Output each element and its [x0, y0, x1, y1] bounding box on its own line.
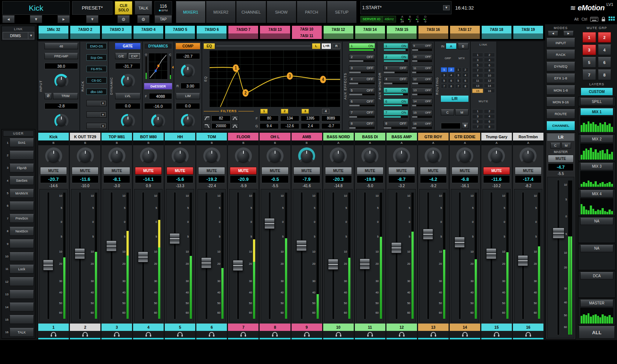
gate-lvl-button[interactable]: LVL [115, 93, 140, 99]
cue-button[interactable] [292, 331, 322, 339]
channel-name[interactable]: Kick [38, 133, 69, 140]
fader-handle[interactable] [43, 260, 53, 271]
cue-button[interactable] [38, 331, 69, 339]
rack-plugin-slot[interactable]: C6-SC [86, 77, 107, 83]
prev-channel-button[interactable]: ◀ [2, 15, 15, 23]
user-button-5[interactable]: MAINVX [10, 189, 34, 198]
aux-mon2-level-13[interactable] [412, 93, 432, 96]
cue-button[interactable] [323, 331, 354, 339]
aux-fx-button-1[interactable]: 1ON [349, 43, 375, 49]
talk-settings-button[interactable]: ⚙ [137, 15, 150, 23]
fader-track[interactable] [364, 192, 366, 319]
aux-mon2-level-14[interactable] [412, 104, 432, 107]
cue-button[interactable] [101, 331, 132, 339]
aux-fx-level-1[interactable] [349, 49, 375, 51]
link-mute-1[interactable]: 1 [472, 109, 483, 114]
link-channel-14[interactable]: 14 [484, 83, 495, 88]
channel-name[interactable]: TOP M81 [101, 133, 132, 140]
routing-b-button[interactable]: B [458, 43, 469, 49]
channel-number[interactable]: 2 [70, 324, 100, 331]
aux-mon-level-3[interactable] [384, 71, 408, 74]
channel-number[interactable]: 16 [513, 324, 543, 331]
routing-mtx-5[interactable]: 5 [455, 78, 461, 83]
master-center-button[interactable]: C [550, 143, 560, 149]
next-channel-button[interactable]: ▶ [57, 15, 70, 23]
mode-input[interactable]: INPUT [546, 38, 575, 47]
cue-button[interactable] [418, 331, 449, 339]
mute-button[interactable]: MUTE [388, 167, 415, 175]
patch-tab-14[interactable]: 7ASI 17 [450, 25, 480, 39]
cue-button[interactable] [196, 331, 227, 339]
routing-mtx-4[interactable]: 4 [462, 73, 468, 78]
aux-mon2-button-15[interactable]: 15OFF [412, 110, 432, 115]
pan-knob[interactable] [418, 145, 449, 167]
aux-mon-level-4[interactable] [384, 82, 408, 85]
aux-fx-button-4[interactable]: 4OFF [349, 76, 375, 82]
user-button-9[interactable] [10, 239, 34, 248]
mute-button[interactable]: MUTE [167, 167, 193, 175]
modes-prev-button[interactable]: ◀ [548, 31, 558, 36]
link-channel-13[interactable]: 13 [472, 83, 483, 88]
channel-name[interactable]: K OUT TF29 [70, 133, 100, 140]
fader-handle[interactable] [170, 233, 180, 244]
tab-mixer1[interactable]: MIXER1 [176, 1, 206, 23]
channel-name[interactable]: Trump Gary [481, 133, 512, 140]
aux-fx-level-2[interactable] [349, 60, 375, 62]
master-mono-button[interactable]: M [561, 143, 571, 149]
aux-mon2-level-15[interactable] [412, 116, 432, 118]
pan-knob[interactable] [101, 145, 132, 167]
link-channel-6[interactable]: 6 [484, 63, 495, 67]
mode-dyn-eq[interactable]: DYN/EQ [546, 62, 575, 71]
mute-button[interactable]: MUTE [230, 167, 257, 175]
channel-number[interactable]: 1 [38, 324, 69, 331]
routing-mtx-6[interactable]: 6 [462, 78, 468, 83]
cue-button[interactable] [355, 331, 385, 339]
layer-mix-3-button[interactable]: MIX 3 [580, 163, 613, 170]
channel-number[interactable]: 12 [386, 324, 417, 331]
layer-custom-button[interactable]: CUSTOM [581, 88, 613, 95]
fader-track[interactable] [332, 192, 334, 319]
channel-name[interactable]: HH [165, 133, 195, 140]
pan-knob[interactable] [38, 145, 69, 167]
link-mute-6[interactable]: 6 [484, 119, 495, 124]
patch-tab-1[interactable]: 1Mic 32 [38, 25, 69, 39]
keyboard-icon[interactable] [590, 17, 598, 22]
fader-track[interactable] [237, 192, 239, 319]
aux-mon-button-5[interactable]: 5ON [384, 88, 408, 93]
mute-button[interactable]: MUTE [135, 167, 162, 175]
routing-a-button[interactable]: A [446, 43, 457, 49]
mute-group-4[interactable]: 4 [598, 44, 611, 55]
patch-tab-5[interactable]: 7ASIO 5 [165, 25, 195, 39]
link-channel-1[interactable]: 1 [472, 53, 483, 57]
routing-mtx-3[interactable]: 3 [455, 73, 461, 78]
mode-route[interactable]: ROUTE [546, 109, 575, 119]
patch-tab-6[interactable]: 7ASIO 6 [196, 25, 227, 39]
routing-grp-3[interactable]: 3 [441, 73, 447, 78]
aux-mon-level-8[interactable] [384, 127, 408, 129]
lpf-slope-icon[interactable] [204, 123, 210, 129]
fader-track[interactable] [269, 192, 271, 319]
user-button-10[interactable] [10, 252, 34, 261]
fader-track[interactable] [427, 192, 429, 319]
link-mute-2[interactable]: 2 [484, 109, 495, 114]
server-status[interactable]: SERVER IO 48kHz [360, 16, 396, 22]
cue-button[interactable] [481, 331, 512, 339]
chevron-down-icon[interactable]: ▼ [443, 5, 450, 10]
rack-plugin-slot[interactable]: EMO-D5 [86, 43, 107, 49]
fader-handle[interactable] [106, 240, 117, 251]
aux-fx-button-7[interactable]: 7OFF [349, 110, 375, 115]
aux-fx-button-2[interactable]: 2OFF [349, 54, 375, 60]
cue-button[interactable] [386, 331, 417, 339]
aux-mon-level-2[interactable] [384, 60, 408, 62]
aux-mon2-button-9[interactable]: 9OFF [412, 43, 432, 49]
preamp-gain-knob[interactable] [44, 73, 78, 89]
fader-handle[interactable] [296, 240, 307, 251]
rack-empty-slot[interactable]: ▼ [86, 111, 107, 118]
mute-button[interactable]: MUTE [420, 167, 447, 175]
talk-button[interactable]: TALK [135, 1, 152, 15]
mode-channel[interactable]: CHANNEL [546, 121, 575, 131]
patch-tab-3[interactable]: 7ASIO 3 [101, 25, 132, 39]
aux-fx-level-8[interactable] [349, 127, 375, 129]
gate-ge-button[interactable]: G/E [115, 53, 127, 59]
link-channel-7[interactable]: 7 [472, 68, 483, 72]
